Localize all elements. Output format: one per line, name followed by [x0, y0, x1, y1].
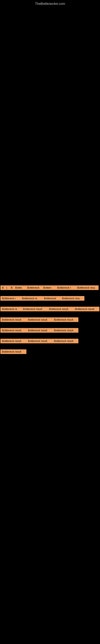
site-title: TheBottlenecker.com — [0, 0, 100, 8]
bottleneck-items-container: B|BBottleBottleneckBottlenBottleneck rBo… — [0, 8, 100, 356]
bottleneck-item-17: Bottleneck result — [0, 317, 26, 322]
bottleneck-item-22: Bottleneck result — [52, 328, 78, 333]
site-header: TheBottlenecker.com — [0, 0, 100, 8]
bottleneck-item-14: Bottleneck result — [21, 307, 48, 311]
bottleneck-item-19: Bottleneck result — [52, 317, 78, 322]
bottleneck-item-4: Bottle — [14, 285, 26, 290]
bottleneck-item-3: B — [9, 285, 14, 290]
bottleneck-item-16: Bottleneck result — [73, 307, 100, 311]
bottleneck-item-12: Bottleneck resu — [60, 296, 84, 301]
bottleneck-item-5: Bottleneck — [26, 285, 42, 290]
bottleneck-item-15: Bottleneck result — [48, 307, 73, 311]
bottleneck-item-20: Bottleneck result — [0, 328, 26, 333]
bottleneck-item-25: Bottleneck result — [52, 339, 78, 343]
bottleneck-item-24: Bottleneck result — [26, 339, 52, 343]
bottleneck-item-26: Bottleneck result — [0, 349, 26, 354]
bottleneck-item-18: Bottleneck result — [26, 317, 52, 322]
bottleneck-item-21: Bottleneck result — [26, 328, 52, 333]
bottleneck-item-2: | — [5, 285, 9, 290]
bottleneck-item-23: Bottleneck result — [0, 339, 26, 343]
bottleneck-item-1: B — [0, 285, 5, 290]
bottleneck-item-9: Bottleneck r — [0, 296, 20, 301]
bottleneck-item-10: Bottleneck re — [20, 296, 42, 301]
bottleneck-item-11: Bottleneck — [42, 296, 60, 301]
bottleneck-item-6: Bottlen — [42, 285, 56, 290]
bottleneck-item-7: Bottleneck r — [56, 285, 76, 290]
bottleneck-item-13: Bottleneck re — [0, 307, 21, 311]
bottleneck-item-8: Bottleneck resu — [76, 285, 99, 290]
